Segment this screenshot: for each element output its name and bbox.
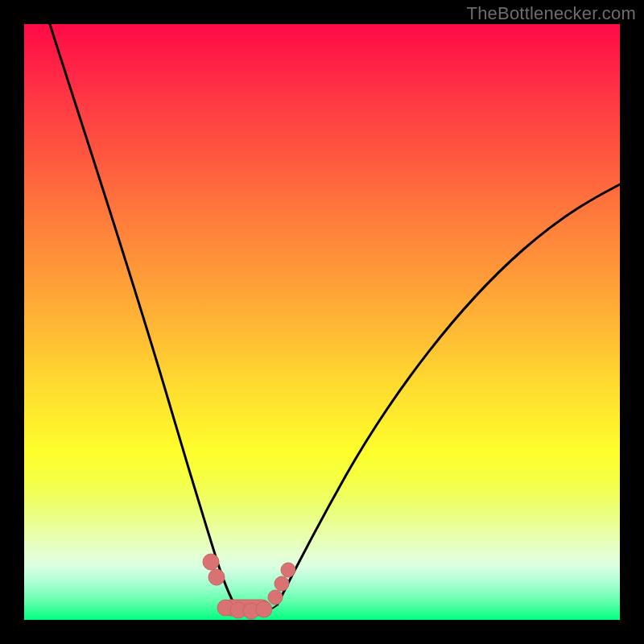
left-curve — [48, 24, 235, 605]
svg-point-8 — [275, 576, 289, 591]
chart-frame: TheBottlenecker.com — [0, 0, 644, 644]
svg-point-9 — [281, 563, 295, 577]
watermark-text: TheBottlenecker.com — [467, 3, 636, 24]
svg-point-6 — [256, 601, 272, 617]
marker-group — [203, 554, 295, 619]
svg-point-0 — [203, 554, 219, 570]
right-curve — [277, 184, 620, 605]
svg-point-1 — [208, 569, 225, 585]
chart-overlay-svg — [24, 24, 620, 620]
svg-point-7 — [268, 590, 283, 605]
